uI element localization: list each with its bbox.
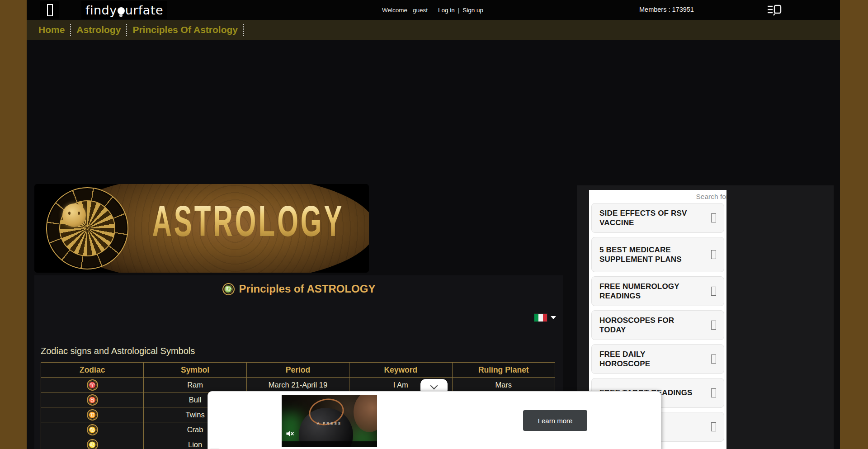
chevron-right-icon — [711, 354, 716, 364]
welcome-label: Welcome — [382, 7, 407, 14]
auth-divider: | — [458, 7, 460, 14]
search-menu-icon[interactable] — [767, 4, 783, 16]
login-link[interactable]: Log in — [438, 7, 455, 14]
chevron-right-icon — [711, 287, 716, 296]
col-header-zodiac: Zodiac — [41, 363, 144, 378]
astrology-banner: ASTROLOGY — [34, 184, 369, 273]
chevron-right-icon — [711, 388, 716, 397]
ad-video-caption: A PRESS — [282, 421, 377, 425]
breadcrumb-astrology[interactable]: Astrology — [76, 24, 121, 35]
table-row-aries: ♈ Ram March 21-April 19 I Am Mars — [41, 378, 555, 392]
search-item-rsv-vaccine[interactable]: SIDE EFFECTS OF RSV VACCINE — [591, 203, 724, 233]
members-count: Members : 173951 — [639, 6, 694, 13]
gemini-icon: ♊ — [87, 409, 98, 421]
banner-title-wrap: ASTROLOGY — [130, 196, 366, 227]
banner-title: ASTROLOGY — [152, 196, 344, 246]
chevron-right-icon — [711, 422, 716, 431]
chevron-down-icon — [430, 382, 438, 390]
cell-symbol: Ram — [144, 378, 246, 392]
menu-icon — [47, 4, 53, 16]
page-frame: findyurfate Welcomeguest Log in|Sign up … — [27, 0, 840, 449]
logo-text-right: urfate — [125, 3, 163, 17]
search-item-medicare-plans[interactable]: 5 BEST MEDICARE SUPPLEMENT PLANS — [591, 237, 724, 272]
breadcrumb: Home Astrology Principles Of Astrology — [27, 20, 840, 40]
site-logo[interactable]: findyurfate — [81, 1, 167, 19]
italian-flag-icon — [534, 313, 547, 322]
leo-icon: ♌ — [87, 439, 98, 449]
virgo-badge-icon: ♍ — [222, 283, 235, 295]
col-header-symbol: Symbol — [144, 363, 246, 378]
breadcrumb-separator — [243, 24, 244, 36]
caret-down-icon — [551, 316, 556, 319]
breadcrumb-separator — [126, 24, 127, 36]
cell-zodiac: ♈ — [41, 378, 144, 392]
page-title: Principles of ASTROLOGY — [239, 283, 376, 295]
menu-button[interactable] — [40, 1, 59, 19]
search-item-numerology[interactable]: FREE NUMEROLOGY READINGS — [591, 276, 724, 306]
aries-icon: ♈ — [87, 379, 98, 391]
sun-face-icon — [62, 203, 86, 227]
chevron-right-icon — [711, 321, 716, 330]
search-item-horoscopes-today[interactable]: HOROSCOPES FOR TODAY — [591, 310, 724, 340]
search-item-label: HOROSCOPES FOR TODAY — [599, 316, 698, 335]
cell-zodiac: ♌ — [41, 437, 144, 449]
search-item-label: SIDE EFFECTS OF RSV VACCINE — [599, 208, 698, 228]
cell-planet: Mars — [452, 378, 555, 392]
section-title: Zodiac signs and Astrological Symbols — [41, 346, 195, 356]
chevron-right-icon — [711, 250, 716, 259]
top-header: findyurfate Welcomeguest Log in|Sign up … — [27, 0, 840, 20]
search-item-label: FREE NUMEROLOGY READINGS — [599, 282, 698, 301]
breadcrumb-home[interactable]: Home — [38, 24, 65, 35]
cell-zodiac: ♋ — [41, 422, 144, 437]
username-label: guest — [413, 7, 428, 14]
logo-text-left: findy — [85, 3, 117, 17]
auth-links: Log in|Sign up — [438, 7, 483, 14]
lightbulb-icon — [118, 7, 125, 14]
col-header-ruling-planet: Ruling Planet — [452, 363, 555, 378]
search-item-daily-horoscope[interactable]: FREE DAILY HOROSCOPE — [591, 344, 724, 374]
cell-period: March 21-April 19 — [246, 378, 349, 392]
ad-video-player[interactable]: A PRESS — [282, 395, 377, 447]
bottom-ad-overlay: A PRESS Learn more — [208, 391, 661, 449]
taurus-icon: ♉ — [87, 394, 98, 406]
cell-zodiac: ♊ — [41, 407, 144, 422]
breadcrumb-separator — [70, 24, 71, 36]
table-header-row: Zodiac Symbol Period Keyword Ruling Plan… — [41, 363, 555, 378]
mute-icon[interactable] — [285, 429, 294, 438]
signup-link[interactable]: Sign up — [462, 7, 483, 14]
zodiac-wheel-icon — [46, 187, 128, 269]
page-heading-row: ♍ Principles of ASTROLOGY — [34, 283, 563, 295]
chevron-right-icon — [711, 213, 716, 222]
cell-zodiac: ♉ — [41, 392, 144, 407]
col-header-period: Period — [246, 363, 349, 378]
language-selector[interactable] — [534, 313, 556, 322]
welcome-text: Welcomeguest — [382, 7, 428, 14]
col-header-keyword: Keyword — [349, 363, 452, 378]
video-progress-bar — [282, 441, 377, 447]
cancer-icon: ♋ — [87, 424, 98, 435]
breadcrumb-principles[interactable]: Principles Of Astrology — [132, 24, 238, 35]
search-item-label: FREE DAILY HOROSCOPE — [599, 350, 698, 369]
learn-more-button[interactable]: Learn more — [523, 410, 587, 431]
search-item-label: 5 BEST MEDICARE SUPPLEMENT PLANS — [599, 245, 698, 265]
